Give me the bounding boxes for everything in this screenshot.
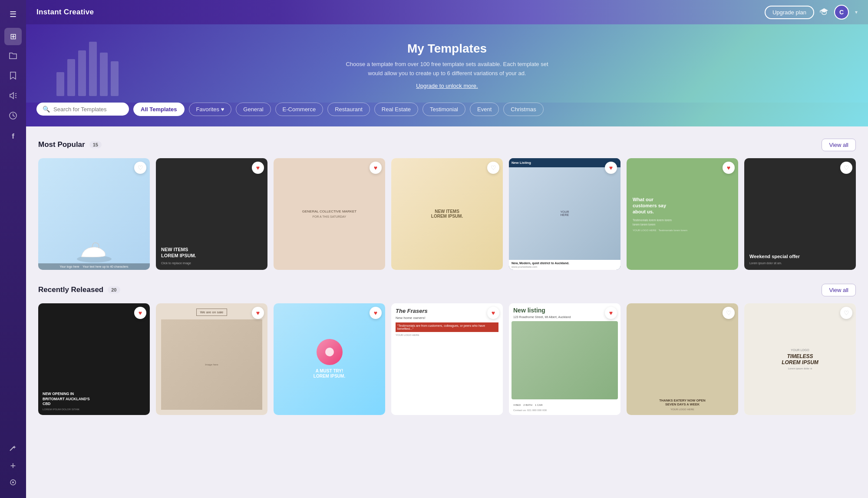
template-card[interactable]: GENERAL COLLECTIVE MARKET FOR A THIS SAT… xyxy=(274,158,385,270)
template-card[interactable]: NEW ITEMS LOREM IPSUM. ♡ xyxy=(391,158,503,270)
graduation-icon[interactable] xyxy=(819,7,829,18)
favorite-button[interactable]: ♥ xyxy=(252,307,264,319)
wand-icon xyxy=(9,443,17,454)
favorite-button[interactable]: ♡ xyxy=(134,162,146,174)
filter-restaurant[interactable]: Restaurant xyxy=(327,103,370,116)
sidebar-item-add[interactable]: + xyxy=(4,457,22,475)
hero-banner: My Templates Choose a template from over… xyxy=(26,24,868,103)
section-badge-popular: 15 xyxy=(89,141,102,148)
template-card[interactable]: THANKS EATERY NOW OPENSEVEN DAYS A WEEK … xyxy=(627,303,738,415)
template-card[interactable]: Weekend special offer Lorem ipsum dolor … xyxy=(744,158,856,270)
template-image: GENERAL COLLECTIVE MARKET FOR A THIS SAT… xyxy=(274,158,385,270)
brand-name: Instant Creative xyxy=(36,8,94,17)
sidebar-item-grid[interactable]: ⊞ xyxy=(4,28,22,45)
svg-line-0 xyxy=(15,93,17,94)
svg-rect-7 xyxy=(56,72,64,96)
favorite-button[interactable]: ♡ xyxy=(840,307,852,319)
bookmark-icon xyxy=(10,71,17,82)
template-card[interactable]: NEW OPENING INBRITOMART AUCKLAND'SCBD LO… xyxy=(38,303,150,415)
filter-event[interactable]: Event xyxy=(470,103,499,116)
svg-rect-9 xyxy=(78,50,86,96)
template-card[interactable]: We are on sale Image here ♥ xyxy=(156,303,267,415)
template-card[interactable]: YOUR LOGO TIMELESSLOREM IPSUM Lorem ipsu… xyxy=(744,303,856,415)
user-avatar[interactable]: C xyxy=(834,5,849,20)
favorite-button[interactable]: ♥ xyxy=(252,162,264,174)
content-area: Most Popular 15 View all Your logo here … xyxy=(26,126,868,498)
template-image: NEW OPENING INBRITOMART AUCKLAND'SCBD LO… xyxy=(38,303,150,415)
megaphone-icon xyxy=(9,92,17,102)
sidebar-item-bookmark[interactable] xyxy=(4,68,22,85)
sidebar-item-star[interactable] xyxy=(4,475,22,492)
favorite-button[interactable]: ♥ xyxy=(370,162,382,174)
filter-general[interactable]: General xyxy=(236,103,271,116)
top-navigation: Instant Creative Upgrade plan C ▾ xyxy=(26,0,868,24)
template-image: What ourcustomers sayabout us. Testimoni… xyxy=(627,158,738,270)
sidebar-item-wand[interactable] xyxy=(4,440,22,457)
favorite-button[interactable]: ♡ xyxy=(487,162,499,174)
search-icon: 🔍 xyxy=(43,106,50,113)
star-icon xyxy=(9,478,17,489)
sidebar-item-facebook[interactable]: f xyxy=(4,128,22,145)
section-header-popular: Most Popular 15 View all xyxy=(38,139,856,151)
plus-icon: + xyxy=(10,460,16,471)
template-card[interactable]: What ourcustomers sayabout us. Testimoni… xyxy=(627,158,738,270)
template-image: New Listing YOURHERE New, Modern, quiet … xyxy=(509,158,620,270)
template-image: NEW ITEMS LOREM IPSUM. xyxy=(391,158,503,270)
recent-template-grid: NEW OPENING INBRITOMART AUCKLAND'SCBD LO… xyxy=(38,303,856,415)
favorite-button[interactable]: ♥ xyxy=(487,307,499,319)
favorite-button[interactable]: ♥ xyxy=(605,162,617,174)
template-card[interactable]: NEW ITEMSLOREM IPSUM. Click to replace i… xyxy=(156,158,267,270)
favorite-button[interactable]: ♡ xyxy=(840,162,852,174)
avatar-chevron-icon[interactable]: ▾ xyxy=(855,9,858,15)
section-badge-recent: 20 xyxy=(108,286,120,293)
template-image: YOUR LOGO TIMELESSLOREM IPSUM Lorem ipsu… xyxy=(744,303,856,415)
filter-ecommerce[interactable]: E-Commerce xyxy=(275,103,323,116)
sidebar-item-megaphone[interactable] xyxy=(4,88,22,105)
favorite-button[interactable]: ♥ xyxy=(370,307,382,319)
svg-line-2 xyxy=(15,97,17,98)
template-image: A MUST TRY!LOREM IPSUM. xyxy=(274,303,385,415)
search-input[interactable] xyxy=(53,106,123,113)
topnav-actions: Upgrade plan C ▾ xyxy=(765,5,858,20)
most-popular-section: Most Popular 15 View all Your logo here … xyxy=(38,139,856,270)
filter-all-templates[interactable]: All Templates xyxy=(133,103,185,116)
view-all-popular-button[interactable]: View all xyxy=(822,139,856,151)
filter-bar: 🔍 All Templates Favorites ♥ General E-Co… xyxy=(26,103,868,126)
clock-icon xyxy=(9,111,17,122)
upgrade-button[interactable]: Upgrade plan xyxy=(765,6,814,19)
main-content: Instant Creative Upgrade plan C ▾ My Tem… xyxy=(26,0,868,498)
filter-testimonial[interactable]: Testimonial xyxy=(422,103,465,116)
svg-point-6 xyxy=(12,481,14,483)
template-image: New listing 123 Roadhome Street, Mt Albe… xyxy=(509,303,620,415)
template-card[interactable]: The Frasers New home owners! "Testimonia… xyxy=(391,303,503,415)
facebook-icon: f xyxy=(12,132,14,141)
section-title-popular: Most Popular xyxy=(38,140,85,149)
svg-rect-12 xyxy=(111,61,119,96)
svg-rect-8 xyxy=(67,59,75,96)
template-card[interactable]: Your logo here Your text here up to 40 c… xyxy=(38,158,150,270)
view-all-recent-button[interactable]: View all xyxy=(822,284,856,296)
folder-icon xyxy=(9,52,17,62)
recently-released-section: Recently Released 20 View all NEW OPENIN… xyxy=(38,284,856,415)
template-card[interactable]: New Listing YOURHERE New, Modern, quiet … xyxy=(509,158,620,270)
favorite-button[interactable]: ♥ xyxy=(605,307,617,319)
favorite-button[interactable]: ♥ xyxy=(134,307,146,319)
template-text-overlay: Your logo here Your text here up to 40 c… xyxy=(38,263,150,270)
favorite-button[interactable]: ♥ xyxy=(723,162,735,174)
sidebar-item-clock[interactable] xyxy=(4,108,22,125)
popular-template-grid: Your logo here Your text here up to 40 c… xyxy=(38,158,856,270)
hamburger-icon[interactable]: ☰ xyxy=(6,6,20,23)
filter-christmas[interactable]: Christmas xyxy=(503,103,544,116)
section-title-recent: Recently Released xyxy=(38,286,103,294)
sidebar-item-folder[interactable] xyxy=(4,48,22,65)
filter-real-estate[interactable]: Real Estate xyxy=(374,103,418,116)
sidebar: ☰ ⊞ f + xyxy=(0,0,26,498)
svg-rect-11 xyxy=(100,53,108,96)
favorite-button[interactable]: ♡ xyxy=(723,307,735,319)
upgrade-link[interactable]: Upgrade to unlock more. xyxy=(416,83,478,89)
grid-icon: ⊞ xyxy=(10,32,17,41)
filter-favorites[interactable]: Favorites ♥ xyxy=(189,103,232,116)
template-card[interactable]: A MUST TRY!LOREM IPSUM. ♥ xyxy=(274,303,385,415)
template-card[interactable]: New listing 123 Roadhome Street, Mt Albe… xyxy=(509,303,620,415)
section-header-recent: Recently Released 20 View all xyxy=(38,284,856,296)
